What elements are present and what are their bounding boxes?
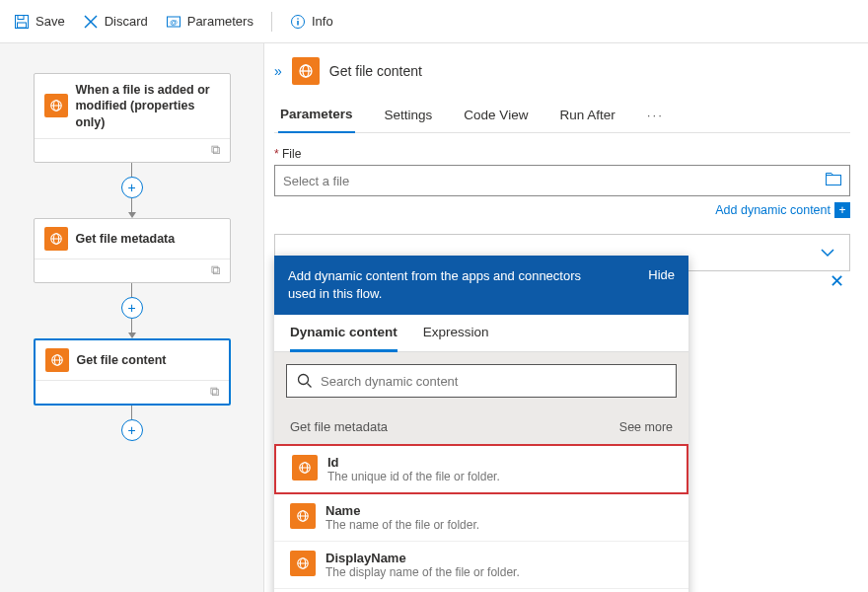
sharepoint-icon	[44, 227, 68, 251]
section-header: Get file metadata See more	[274, 409, 688, 444]
tab-codeview[interactable]: Code View	[462, 102, 530, 132]
popover-banner: Add dynamic content from the apps and co…	[274, 256, 688, 315]
link-icon: ⧉	[210, 384, 219, 400]
close-icon[interactable]: ✕	[830, 270, 844, 292]
trigger-card[interactable]: When a file is added or modified (proper…	[34, 73, 231, 163]
search-input[interactable]	[286, 364, 677, 398]
plus-badge: +	[834, 202, 850, 218]
sharepoint-icon	[290, 503, 316, 529]
svg-rect-2	[18, 23, 27, 28]
tab-parameters[interactable]: Parameters	[278, 101, 355, 133]
popover-tabs: Dynamic content Expression	[274, 315, 688, 352]
info-icon	[290, 14, 306, 30]
save-button[interactable]: Save	[14, 14, 65, 30]
card-title: When a file is added or modified (proper…	[76, 82, 220, 130]
svg-line-24	[308, 384, 312, 388]
svg-point-23	[299, 375, 309, 385]
sharepoint-icon	[45, 348, 69, 372]
add-step-button[interactable]: +	[121, 419, 143, 441]
dynamic-item-name[interactable]: NameThe name of the file or folder.	[274, 494, 688, 542]
chevron-down-icon	[820, 248, 835, 258]
folder-picker-button[interactable]	[826, 173, 841, 189]
panel-title: Get file content	[329, 63, 422, 79]
tab-runafter[interactable]: Run After	[557, 102, 616, 132]
file-placeholder: Select a file	[283, 174, 826, 188]
info-button[interactable]: Info	[290, 14, 333, 30]
add-step-button[interactable]: +	[121, 297, 143, 319]
info-label: Info	[312, 14, 333, 29]
card-title: Get file metadata	[76, 231, 176, 247]
sharepoint-icon	[290, 551, 316, 576]
sharepoint-icon	[44, 94, 68, 117]
dynamic-content-popover: Add dynamic content from the apps and co…	[274, 256, 688, 592]
file-input[interactable]: Select a file	[274, 165, 850, 196]
tab-overflow[interactable]: ···	[645, 102, 666, 132]
discard-icon	[83, 14, 99, 30]
action-card-metadata[interactable]: Get file metadata ⧉	[34, 218, 231, 283]
tab-expression[interactable]: Expression	[423, 325, 489, 351]
designer-canvas: When a file is added or modified (proper…	[0, 43, 264, 592]
dynamic-item-displayname[interactable]: DisplayNameThe display name of the file …	[274, 542, 688, 589]
link-icon: ⧉	[211, 142, 220, 158]
card-title: Get file content	[77, 352, 167, 368]
results-scroll[interactable]: Get file metadata See more IdThe unique …	[274, 409, 688, 592]
dynamic-item-id[interactable]: IdThe unique id of the file or folder.	[274, 444, 688, 494]
search-field[interactable]	[321, 374, 666, 389]
sharepoint-icon	[292, 455, 318, 481]
tab-dynamic-content[interactable]: Dynamic content	[290, 325, 398, 352]
search-icon	[297, 373, 313, 389]
command-bar: Save Discard @ Parameters Info	[0, 0, 868, 43]
svg-rect-22	[827, 175, 841, 185]
parameters-button[interactable]: @ Parameters	[166, 14, 253, 30]
svg-point-8	[297, 18, 299, 20]
svg-text:@: @	[170, 18, 178, 27]
save-icon	[14, 14, 30, 30]
see-more-link[interactable]: See more	[619, 420, 673, 434]
details-panel: » Get file content Parameters Settings C…	[264, 43, 868, 592]
add-dynamic-content-link[interactable]: Add dynamic content+	[274, 202, 850, 218]
link-icon: ⧉	[211, 262, 220, 278]
save-label: Save	[36, 14, 65, 29]
parameters-icon: @	[166, 14, 181, 30]
toolbar-separator	[271, 12, 272, 32]
hide-banner-button[interactable]: Hide	[648, 267, 675, 282]
discard-button[interactable]: Discard	[83, 14, 148, 30]
add-step-button[interactable]: +	[121, 177, 143, 198]
parameters-label: Parameters	[187, 14, 253, 29]
panel-tabs: Parameters Settings Code View Run After …	[274, 101, 850, 133]
file-field-label: * File	[274, 147, 850, 161]
discard-label: Discard	[105, 14, 148, 29]
svg-rect-1	[18, 15, 24, 19]
sharepoint-icon	[292, 57, 320, 85]
tab-settings[interactable]: Settings	[383, 102, 435, 132]
collapse-panel-button[interactable]: »	[274, 63, 282, 79]
action-card-content[interactable]: Get file content ⧉	[34, 338, 231, 406]
